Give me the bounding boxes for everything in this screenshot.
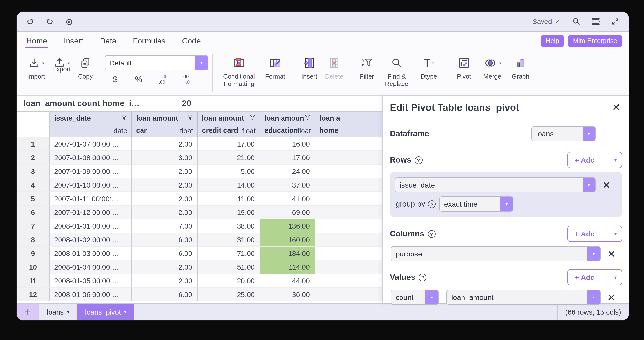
percent-format-button[interactable]: % [129,75,148,85]
cell-loan-amount-credit-card[interactable]: 25.00 [198,288,260,301]
clear-icon[interactable]: ⊗ [66,17,73,26]
cell-loan-amount-credit-card[interactable]: 14.00 [198,178,260,192]
search-icon[interactable] [571,17,581,26]
row-index-cell[interactable]: 11 [16,274,50,288]
cell-issue-date[interactable]: 2008-01-01 00:00:… [50,219,132,233]
graph-button[interactable]: Graph [508,55,533,80]
filter-icon[interactable] [304,114,311,123]
question-icon[interactable]: ? [428,200,436,208]
cell-loan-amount-car[interactable]: 2.00 [132,274,198,288]
cell-loan-amount-education[interactable]: 69.00 [260,206,315,219]
help-button[interactable]: Help [541,35,564,47]
chevron-down-icon[interactable]: ▾ [588,247,600,261]
value-field-select[interactable]: loan_amount ▾ [446,290,600,305]
cell-loan-amount-home[interactable] [315,178,382,192]
close-icon[interactable]: ✕ [610,102,622,113]
columns-add-button[interactable]: + Add ▾ [568,226,622,242]
sheet-tab-loans-pivot[interactable]: loans_pivot ▾ [77,304,134,320]
cell-issue-date[interactable]: 2007-01-11 00:00:… [50,192,132,206]
row-index-cell[interactable]: 12 [16,288,50,301]
cell-loan-amount-education[interactable]: 160.00 [260,233,315,247]
cell-loan-amount-education[interactable]: 41.00 [260,192,315,206]
cell-issue-date[interactable]: 2007-01-09 00:00:… [50,165,132,178]
cell-loan-amount-education[interactable]: 17.00 [260,151,315,165]
cell-issue-date[interactable]: 2008-01-04 00:00:… [50,260,132,274]
rows-add-button[interactable]: + Add ▾ [568,152,622,168]
chevron-down-icon[interactable]: ▾ [582,178,595,192]
export-button[interactable]: ▾ Export [49,55,74,73]
sheet-tab-loans[interactable]: loans ▾ [39,304,77,320]
chevron-down-icon[interactable]: ▾ [500,197,513,211]
tab-formulas[interactable]: Formulas [133,35,166,47]
mito-enterprise-button[interactable]: Mito Enterprise [568,35,622,47]
filter-icon[interactable] [249,114,256,123]
filter-button[interactable]: A Z Filter [355,55,378,80]
delete-column-field-icon[interactable]: ✕ [600,248,622,260]
cell-loan-amount-car[interactable]: 2.00 [132,178,198,192]
column-header-loan-amount-car[interactable]: loan amount carfloat [132,112,198,137]
row-index-cell[interactable]: 10 [16,260,50,274]
cell-loan-amount-car[interactable]: 2.00 [132,165,198,178]
question-icon[interactable]: ? [415,156,422,164]
tab-insert[interactable]: Insert [64,35,83,47]
filter-icon[interactable] [187,114,193,123]
cell-issue-date[interactable]: 2008-01-02 00:00:… [50,233,132,247]
cell-issue-date[interactable]: 2008-01-03 00:00:… [50,247,132,260]
delete-value-field-icon[interactable]: ✕ [600,291,622,303]
steps-menu-icon[interactable] [592,18,600,25]
column-field-select[interactable]: purpose ▾ [391,246,600,261]
cell-loan-amount-credit-card[interactable]: 5.00 [198,165,260,178]
delete-column-button[interactable]: Delete [322,55,347,80]
cell-loan-amount-car[interactable]: 6.00 [132,233,198,247]
question-icon[interactable]: ? [419,273,427,281]
row-index-cell[interactable]: 2 [16,151,50,165]
undo-icon[interactable]: ↺ [26,17,34,26]
column-header-loan-amount-education[interactable]: loan amount educationfloat [260,112,315,137]
cell-loan-amount-credit-card[interactable]: 71.00 [198,247,260,260]
cell-loan-amount-car[interactable]: 2.00 [132,260,198,274]
aggregation-select[interactable]: count ▾ [391,290,438,305]
cell-loan-amount-home[interactable] [315,233,382,247]
format-button[interactable]: Format [262,55,289,80]
cell-loan-amount-home[interactable] [315,165,382,178]
cell-loan-amount-credit-card[interactable]: 11.00 [198,192,260,206]
cell-loan-amount-car[interactable]: 6.00 [132,288,198,301]
formula-value[interactable]: 20 [182,99,191,108]
cell-loan-amount-home[interactable] [315,288,382,301]
number-format-select[interactable]: Default ▾ [105,55,208,70]
cell-loan-amount-credit-card[interactable]: 21.00 [198,151,260,165]
cell-loan-amount-car[interactable]: 2.00 [132,206,198,219]
import-button[interactable]: ▾ Import [24,55,49,80]
pivot-button[interactable]: Pivot [451,55,477,80]
cell-loan-amount-education[interactable]: 136.00 [260,219,315,233]
cell-issue-date[interactable]: 2007-01-08 00:00:… [50,151,132,165]
row-index-cell[interactable]: 8 [16,233,50,247]
column-header-issue-date[interactable]: issue_date date [50,112,132,137]
insert-column-button[interactable]: Insert [297,55,322,80]
values-add-button[interactable]: + Add ▾ [568,269,622,285]
increase-decimal-button[interactable]: .00→.0 [176,74,195,85]
cell-loan-amount-credit-card[interactable]: 20.00 [198,274,260,288]
find-replace-button[interactable]: Find & Replace [378,55,415,88]
add-sheet-button[interactable]: + [16,304,39,320]
merge-button[interactable]: ▾ Merge [477,55,508,80]
chevron-down-icon[interactable]: ▾ [582,126,595,141]
row-index-cell[interactable]: 1 [16,137,50,151]
tab-home[interactable]: Home [26,35,47,47]
cell-loan-amount-education[interactable]: 24.00 [260,165,315,178]
column-header-loan-amount-home[interactable]: loan a home [315,112,382,137]
column-header-loan-amount-credit-card[interactable]: loan amount credit cardfloat [198,112,260,137]
cell-loan-amount-home[interactable] [315,151,382,165]
cell-loan-amount-home[interactable] [315,274,382,288]
cell-loan-amount-car[interactable]: 2.00 [132,137,198,151]
tab-code[interactable]: Code [182,35,201,47]
cell-loan-amount-credit-card[interactable]: 51.00 [198,260,260,274]
cell-loan-amount-home[interactable] [315,219,382,233]
cell-loan-amount-car[interactable]: 6.00 [132,247,198,260]
cell-loan-amount-home[interactable] [315,247,382,260]
cell-issue-date[interactable]: 2007-01-10 00:00:… [50,178,132,192]
cell-loan-amount-education[interactable]: 16.00 [260,137,315,151]
cell-loan-amount-credit-card[interactable]: 19.00 [198,206,260,219]
cell-loan-amount-car[interactable]: 7.00 [132,219,198,233]
cell-loan-amount-car[interactable]: 3.00 [132,151,198,165]
